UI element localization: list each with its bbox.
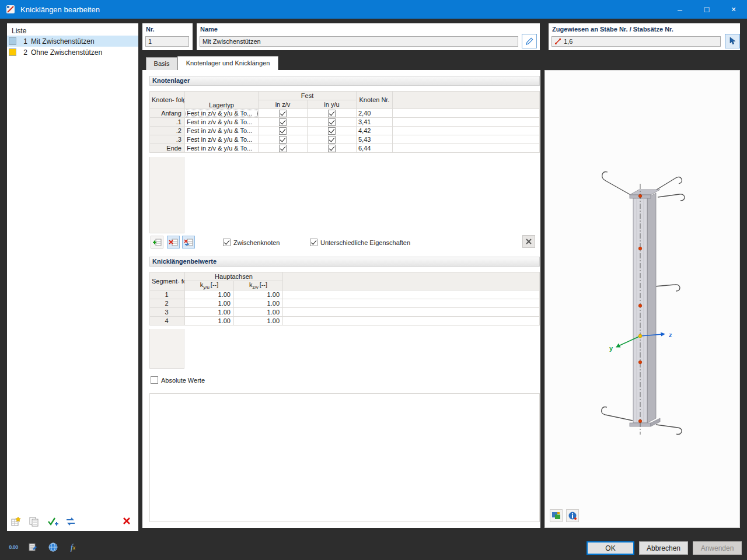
close-x-icon — [525, 238, 532, 245]
lagertyp-cell[interactable]: Fest in z/v & y/u & To... — [185, 135, 259, 144]
table-row: Ende Fest in z/v & y/u & To... 6,44 — [150, 144, 540, 153]
nr-label: Nr. — [146, 26, 155, 33]
fest-yu-checkbox[interactable] — [328, 118, 336, 126]
kz-cell[interactable]: 1.00 — [234, 299, 283, 308]
fest-zv-checkbox[interactable] — [279, 118, 287, 126]
lagertyp-cell[interactable]: Fest in z/v & y/u & To... — [185, 118, 259, 127]
object-info-button[interactable] — [566, 509, 579, 522]
tab-basis[interactable]: Basis — [146, 57, 177, 70]
select-members-button[interactable] — [725, 34, 740, 48]
fest-zv-checkbox[interactable] — [279, 136, 287, 144]
fest-yu-checkbox[interactable] — [328, 145, 336, 152]
list-item-label: Mit Zwischenstützen — [31, 37, 95, 46]
ky-cell[interactable]: 1.00 — [185, 308, 234, 317]
apply-button: Anwenden — [693, 541, 742, 555]
section-beiwerte: Knicklängenbeiwerte — [149, 257, 540, 267]
kz-cell[interactable]: 1.00 — [234, 308, 283, 317]
delete-entry-button[interactable] — [121, 516, 132, 528]
knoten-cell[interactable]: 2,40 — [357, 109, 393, 118]
ok-button[interactable]: OK — [587, 541, 634, 555]
col-header-lagertyp: Lagertyp — [185, 92, 259, 109]
col-header-filler — [393, 92, 540, 109]
ky-cell[interactable]: 1.00 — [185, 317, 234, 326]
col-header-fest: Fest — [259, 92, 357, 100]
list-item-number: 2 — [18, 48, 27, 57]
fest-zv-cell — [259, 109, 308, 118]
main-panel: Knotenlager Knoten- folge Nr. Lagertyp F… — [142, 70, 540, 528]
beiwerte-table: Segment- folge Nr. Hauptachsen ky/u[--] … — [149, 272, 540, 326]
render-settings-icon — [551, 511, 561, 520]
kz-cell[interactable]: 1.00 — [234, 290, 283, 299]
list-item[interactable]: 2 Ohne Zwischenstützen — [7, 47, 138, 58]
col-header-hauptachsen: Hauptachsen — [185, 272, 283, 281]
member-icon — [554, 38, 561, 45]
reorder-entries-button[interactable] — [64, 516, 77, 529]
render-settings-button[interactable] — [550, 509, 563, 522]
knoten-cell[interactable]: 3,41 — [357, 118, 393, 127]
copy-entry-button[interactable] — [28, 516, 40, 529]
new-entry-button[interactable] — [11, 516, 22, 529]
decimal-format-button[interactable]: 0.00 — [6, 540, 21, 554]
edit-name-button[interactable] — [522, 34, 537, 48]
nr-input[interactable] — [145, 36, 189, 47]
checkbox-box[interactable] — [223, 239, 231, 246]
support-hook — [602, 407, 633, 421]
fest-zv-checkbox[interactable] — [279, 110, 287, 117]
table-row: 2 1.00 1.00 — [150, 299, 540, 308]
knoten-cell[interactable]: 4,42 — [357, 127, 393, 135]
formula-button[interactable]: fx — [65, 540, 81, 554]
numbering-button[interactable] — [26, 540, 41, 554]
ky-cell[interactable]: 1.00 — [185, 290, 234, 299]
list-item-label: Ohne Zwischenstützen — [31, 48, 102, 57]
globe-icon — [48, 542, 58, 552]
support-hook — [656, 425, 682, 435]
knoten-cell[interactable]: 6,44 — [357, 144, 393, 153]
unterschiedliche-eigenschaften-checkbox[interactable]: Unterschiedliche Eigenschaften — [310, 238, 410, 246]
checkbox-box[interactable] — [151, 376, 158, 384]
delete-row-button[interactable] — [167, 236, 180, 249]
absolute-werte-checkbox[interactable]: Absolute Werte — [151, 376, 205, 384]
insert-row-button[interactable] — [151, 236, 163, 249]
delete-row-icon — [169, 237, 179, 247]
detail-area — [149, 393, 540, 522]
lagertyp-cell[interactable]: Fest in z/v & y/u & To... — [185, 109, 259, 118]
name-label: Name — [200, 26, 218, 33]
knoten-cell[interactable]: 5,43 — [357, 135, 393, 144]
z-axis-label: z — [669, 331, 672, 338]
select-check-button[interactable] — [47, 516, 60, 529]
cancel-button[interactable]: Abbrechen — [639, 541, 688, 555]
minimize-button[interactable]: – — [666, 0, 693, 19]
checkbox-box[interactable] — [310, 239, 317, 246]
z-axis-arrow — [661, 332, 665, 337]
node-dot — [638, 419, 642, 423]
node-dot — [638, 360, 642, 364]
color-swatch — [9, 37, 16, 45]
list-item[interactable]: 1 Mit Zwischenstützen — [7, 36, 138, 47]
window-title: Knicklängen bearbeiten — [20, 5, 100, 14]
zwischenknoten-checkbox[interactable]: Zwischenknoten — [223, 238, 280, 246]
fest-yu-checkbox[interactable] — [328, 136, 336, 144]
kz-cell[interactable]: 1.00 — [234, 317, 283, 326]
assigned-value: 1,6 — [564, 38, 573, 45]
tab-knotenlager[interactable]: Knotenlager und Knicklängen — [177, 56, 278, 70]
column-side-face — [647, 193, 656, 423]
node-dot — [638, 194, 642, 198]
fest-yu-checkbox[interactable] — [328, 127, 336, 135]
ky-cell[interactable]: 1.00 — [185, 299, 234, 308]
col-header-kz: kz/v[--] — [234, 281, 283, 290]
name-input[interactable] — [200, 36, 518, 47]
fest-zv-checkbox[interactable] — [279, 127, 287, 135]
delete-all-rows-button[interactable] — [182, 236, 195, 249]
maximize-button[interactable]: □ — [693, 0, 720, 19]
fest-yu-checkbox[interactable] — [328, 110, 336, 117]
assigned-members-field[interactable]: 1,6 — [551, 36, 721, 47]
close-button[interactable]: × — [720, 0, 747, 19]
table-row: Anfang Fest in z/v & y/u & To... 2,40 — [150, 109, 540, 118]
clear-table-button[interactable] — [522, 235, 535, 248]
units-globe-button[interactable] — [46, 540, 61, 554]
viewport-panel[interactable]: z y — [544, 70, 740, 528]
lagertyp-cell[interactable]: Fest in z/v & y/u & To... — [185, 127, 259, 135]
fest-zv-checkbox[interactable] — [279, 145, 287, 152]
table-row: 3 1.00 1.00 — [150, 308, 540, 317]
lagertyp-cell[interactable]: Fest in z/v & y/u & To... — [185, 144, 259, 153]
